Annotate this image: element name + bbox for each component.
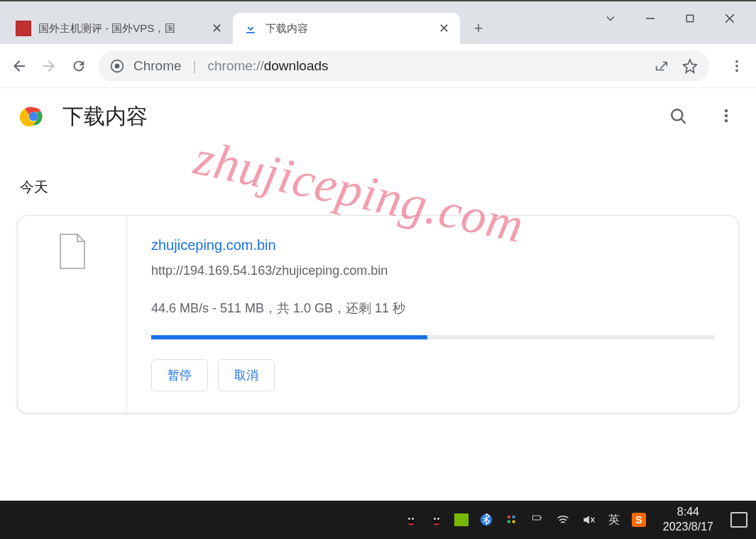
date-section-label: 今天 <box>20 178 739 197</box>
new-tab-button[interactable]: + <box>466 16 491 41</box>
favicon-red-icon <box>16 21 31 36</box>
chevron-down-icon[interactable] <box>603 11 618 26</box>
bookmark-icon[interactable] <box>682 58 698 74</box>
minimize-button[interactable] <box>642 11 658 26</box>
omnibox-product: Chrome <box>133 58 182 74</box>
svg-point-13 <box>725 114 728 117</box>
qq-icon[interactable] <box>429 512 444 528</box>
svg-point-4 <box>735 60 738 62</box>
app-grid-icon[interactable] <box>504 512 520 528</box>
chrome-logo-icon <box>20 103 47 130</box>
svg-point-17 <box>412 518 414 520</box>
pause-button[interactable]: 暂停 <box>151 359 208 391</box>
close-icon[interactable]: ✕ <box>210 22 223 35</box>
omnibox-url-path: downloads <box>264 58 329 73</box>
svg-point-12 <box>725 109 728 112</box>
download-url: http://194.169.54.163/zhujiceping.com.bi… <box>151 263 714 278</box>
download-filename[interactable]: zhujiceping.com.bin <box>151 237 714 254</box>
download-icon-column <box>18 216 127 413</box>
tab-inactive[interactable]: 国外主机测评 - 国外VPS，国 ✕ <box>6 13 233 44</box>
time-text: 8:44 <box>663 505 713 520</box>
search-icon[interactable] <box>669 107 688 126</box>
svg-rect-23 <box>513 516 515 518</box>
download-body: zhujiceping.com.bin http://194.169.54.16… <box>127 216 738 413</box>
downloads-content: 今天 zhujiceping.com.bin http://194.169.54… <box>0 145 756 428</box>
battery-icon[interactable] <box>530 512 545 528</box>
nvidia-icon[interactable] <box>454 513 469 526</box>
qq-icon[interactable] <box>403 512 419 528</box>
progress-bar <box>151 335 714 339</box>
svg-point-6 <box>735 69 738 72</box>
svg-rect-27 <box>540 517 541 518</box>
svg-rect-24 <box>508 521 510 523</box>
system-tray: 英 S 8:44 2023/8/17 <box>403 505 747 535</box>
omnibox[interactable]: Chrome | chrome://downloads <box>98 50 709 82</box>
svg-rect-22 <box>508 516 510 518</box>
file-icon <box>57 233 87 270</box>
chrome-lock-icon <box>109 58 125 74</box>
ime-indicator[interactable]: 英 <box>606 512 622 528</box>
clock[interactable]: 8:44 2023/8/17 <box>663 505 713 535</box>
forward-button <box>38 55 60 77</box>
svg-rect-25 <box>513 521 515 523</box>
svg-rect-0 <box>646 18 654 19</box>
svg-point-15 <box>407 516 415 525</box>
svg-point-20 <box>437 518 439 520</box>
progress-fill <box>151 335 427 339</box>
svg-rect-26 <box>532 516 540 520</box>
tab-strip: 国外主机测评 - 国外VPS，国 ✕ 下载内容 ✕ + <box>0 0 756 44</box>
page-title: 下载内容 <box>62 102 640 131</box>
svg-point-18 <box>432 516 441 525</box>
date-text: 2023/8/17 <box>663 520 713 535</box>
download-actions: 暂停 取消 <box>151 359 714 391</box>
reload-button[interactable] <box>68 55 89 77</box>
omnibox-url-prefix: chrome:// <box>208 58 264 73</box>
close-icon[interactable]: ✕ <box>437 22 450 35</box>
address-bar-row: Chrome | chrome://downloads <box>0 44 756 88</box>
downloads-header: 下载内容 <box>0 88 756 145</box>
svg-point-16 <box>408 518 410 520</box>
download-icon <box>243 21 258 36</box>
svg-point-14 <box>725 119 728 122</box>
notification-center-icon[interactable] <box>730 512 747 528</box>
menu-button[interactable] <box>726 55 747 77</box>
share-icon[interactable] <box>654 58 669 74</box>
svg-line-11 <box>681 119 686 124</box>
bluetooth-icon[interactable] <box>478 512 494 528</box>
svg-point-5 <box>735 65 738 67</box>
tab-active[interactable]: 下载内容 ✕ <box>233 13 460 44</box>
tab-title: 国外主机测评 - 国外VPS，国 <box>38 22 203 36</box>
wifi-icon[interactable] <box>555 512 571 528</box>
download-card: zhujiceping.com.bin http://194.169.54.16… <box>17 215 739 413</box>
volume-muted-icon[interactable] <box>581 512 596 528</box>
maximize-button[interactable] <box>682 11 698 26</box>
close-window-button[interactable] <box>722 11 738 26</box>
taskbar: 英 S 8:44 2023/8/17 <box>0 501 756 539</box>
sogou-icon[interactable]: S <box>632 513 646 527</box>
download-status: 44.6 MB/s - 511 MB，共 1.0 GB，还剩 11 秒 <box>151 300 714 317</box>
svg-point-10 <box>672 109 682 120</box>
svg-rect-1 <box>686 15 693 21</box>
back-button[interactable] <box>9 55 30 77</box>
svg-point-19 <box>434 518 436 520</box>
window-controls <box>603 1 756 36</box>
more-icon[interactable] <box>718 107 736 126</box>
svg-point-3 <box>115 63 120 68</box>
omnibox-separator: | <box>193 58 197 74</box>
cancel-button[interactable]: 取消 <box>218 359 275 391</box>
tab-title: 下载内容 <box>265 22 430 36</box>
